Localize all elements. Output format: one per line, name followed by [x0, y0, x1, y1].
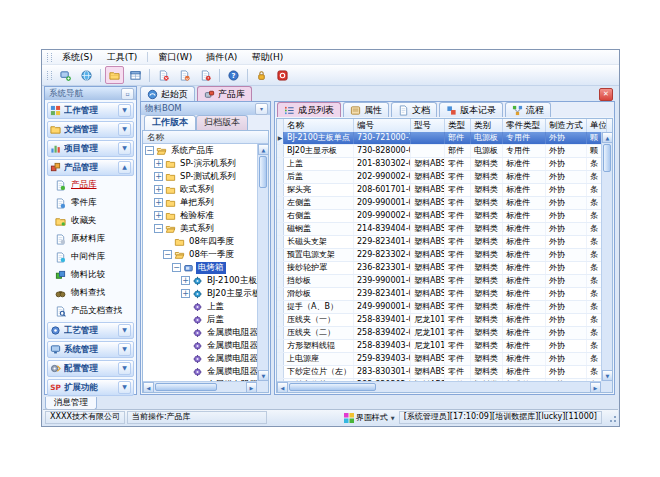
chevron-down-icon[interactable]: ▼: [118, 362, 131, 375]
chevron-down-icon[interactable]: ▼: [118, 104, 131, 117]
nav-group-craft[interactable]: 工艺管理▼: [47, 322, 134, 339]
lock-button[interactable]: [252, 66, 271, 84]
table-row[interactable]: 提手（A、B）249-990001-01X塑料ABS零件塑料类标准件外协条: [277, 301, 601, 314]
chevron-down-icon[interactable]: ▼: [118, 142, 131, 155]
tree-node[interactable]: +SP-演示机系列: [143, 157, 257, 170]
chevron-down-icon[interactable]: ▼: [118, 123, 131, 136]
nav-item-part-library[interactable]: 零件库: [45, 194, 136, 212]
tab-properties[interactable]: 属性: [343, 102, 389, 117]
tree-node[interactable]: +欧式系列: [143, 183, 257, 196]
nav-item-intermediate-library[interactable]: 中间件库: [45, 248, 136, 266]
scroll-up-icon[interactable]: ▲: [602, 132, 613, 143]
tab-versions[interactable]: 版本记录: [439, 102, 503, 117]
tree-column-header[interactable]: 名称: [143, 131, 268, 144]
sidebar-menu-button[interactable]: ▫: [121, 88, 134, 100]
tree-v-thumb[interactable]: [259, 156, 267, 188]
help-button[interactable]: ?: [224, 66, 243, 84]
menu-item-system[interactable]: 系统(S): [55, 51, 100, 64]
tree-node[interactable]: −电烤箱: [143, 261, 257, 274]
tree-node[interactable]: +单把系列: [143, 196, 257, 209]
scroll-up-icon[interactable]: ▲: [258, 144, 269, 155]
tree-expander[interactable]: +: [154, 211, 163, 220]
nav-item-raw-material-library[interactable]: 原材料库: [45, 230, 136, 248]
tree-node[interactable]: +SP-测试机系列: [143, 170, 257, 183]
ui-style-dropdown[interactable]: 界面样式 ▼: [340, 411, 399, 424]
grid-v-thumb[interactable]: [603, 144, 611, 172]
tab-archive-version[interactable]: 归档版本: [196, 115, 248, 130]
tree-expander[interactable]: +: [154, 172, 163, 181]
table-row[interactable]: 探头亮208-601701-01X塑料ABS零件塑料类标准件外协条: [277, 184, 601, 197]
tree-node[interactable]: 金属膜电阻器: [143, 365, 257, 378]
nav-item-product-library[interactable]: 产品库: [45, 176, 136, 194]
column-header-1[interactable]: 名称: [284, 119, 354, 132]
scroll-right-icon[interactable]: ▶: [246, 382, 257, 393]
table-row[interactable]: 挡纱板239-990001-01X塑料ABS零件塑料类标准件外协条: [277, 275, 601, 288]
table-row[interactable]: 磁钢盖214-839404-01X塑料ABS零件塑料类标准件外协条: [277, 223, 601, 236]
table-row[interactable]: 滑纱板239-823401-00X塑料ABS零件塑料类标准件外协条: [277, 288, 601, 301]
tree-node[interactable]: +BJ20主显示板: [143, 287, 257, 300]
tab-work-version[interactable]: 工作版本: [144, 115, 196, 130]
tree-h-thumb[interactable]: [155, 383, 217, 391]
table-row[interactable]: 预置电源支架229-823302-00X塑料ABS零件塑料类标准件外协条: [277, 249, 601, 262]
column-header-4[interactable]: 类型: [445, 119, 471, 132]
tree-h-scrollbar[interactable]: ◀ ▶: [143, 381, 257, 392]
nav-group-config[interactable]: 配置管理▼: [47, 360, 134, 377]
column-header-2[interactable]: 编号: [354, 119, 411, 132]
resize-grip[interactable]: [607, 413, 616, 422]
nav-group-document[interactable]: 文档管理▼: [47, 121, 134, 138]
nav-item-material-search[interactable]: 物料查找: [45, 284, 136, 302]
tree-node[interactable]: −美式系列: [143, 222, 257, 235]
nav-group-work[interactable]: 工作管理▼: [47, 102, 134, 119]
pin-button[interactable]: ▾: [255, 103, 268, 115]
table-row[interactable]: 压线夹（一）258-839401-00X尼龙1010零件塑料类标准件外协条: [277, 314, 601, 327]
table-row[interactable]: 后盖202-990002-01X塑料ABS零件塑料类标准件外协条: [277, 171, 601, 184]
scroll-right-icon[interactable]: ▶: [590, 382, 601, 393]
column-header-7[interactable]: 制造方式: [546, 119, 587, 132]
tree-expander[interactable]: −: [172, 263, 181, 272]
scroll-down-icon[interactable]: ▼: [602, 370, 613, 381]
grid-v-scrollbar[interactable]: ▲ ▼: [601, 132, 612, 381]
grid-view-button[interactable]: [126, 66, 145, 84]
tree-expander[interactable]: −: [154, 224, 163, 233]
column-header-6[interactable]: 零件类型: [503, 119, 546, 132]
tab-product-library[interactable]: 产品库: [197, 86, 252, 101]
scroll-down-icon[interactable]: ▼: [258, 370, 269, 381]
exit-button[interactable]: [273, 66, 292, 84]
chevron-up-icon[interactable]: ▲: [118, 161, 131, 174]
menu-item-plugins[interactable]: 插件(A): [199, 51, 244, 64]
table-row[interactable]: BJ20主显示板730-828000-04X部件电源板专用件外协颗: [277, 145, 601, 158]
menubar-grip[interactable]: [47, 53, 52, 62]
column-header-3[interactable]: 型号: [411, 119, 445, 132]
nav-item-product-doc-search[interactable]: 产品文档查找: [45, 302, 136, 320]
new-view-button[interactable]: [56, 66, 75, 84]
tree-expander[interactable]: +: [181, 289, 190, 298]
menu-item-tools[interactable]: 工具(T): [100, 51, 145, 64]
tree-node[interactable]: −系统产品库: [143, 144, 257, 157]
tree-node[interactable]: 金属膜电阻器: [143, 352, 257, 365]
doc-delete-button[interactable]: [154, 66, 173, 84]
tree-expander[interactable]: −: [145, 146, 154, 155]
table-row[interactable]: 方形塑料线辊258-839403-00X尼龙1010零件塑料类标准件外协条: [277, 340, 601, 353]
tab-flow[interactable]: 流程: [505, 102, 551, 117]
nav-group-product[interactable]: 产品管理▲: [47, 159, 134, 176]
grid-h-thumb[interactable]: [289, 383, 376, 391]
scroll-left-icon[interactable]: ◀: [277, 382, 288, 393]
tree-node[interactable]: 后盖: [143, 313, 257, 326]
nav-group-extension[interactable]: SP扩展功能▼: [47, 379, 134, 396]
table-row[interactable]: 上电源座259-839403-00X塑料ABS零件塑料类标准件外协条: [277, 353, 601, 366]
chevron-down-icon[interactable]: ▼: [118, 381, 131, 394]
tree-expander[interactable]: −: [163, 250, 172, 259]
table-row[interactable]: 右侧盖209-990002-01X塑料ABS零件塑料类标准件外协条: [277, 210, 601, 223]
tree-node[interactable]: +BJ-2100主板单点: [143, 274, 257, 287]
tree-expander[interactable]: +: [154, 185, 163, 194]
nav-group-project[interactable]: 项目管理▼: [47, 140, 134, 157]
table-row[interactable]: 上盖201-830302-00X塑料ABS零件塑料类标准件外协条: [277, 158, 601, 171]
tab-members[interactable]: 成员列表: [277, 102, 341, 117]
scroll-left-icon[interactable]: ◀: [143, 382, 154, 393]
doc-error-button[interactable]: [196, 66, 215, 84]
table-row[interactable]: ▶BJ-2100主板单点730-721000-12X部件电源板专用件外协颗: [277, 132, 601, 145]
globe-button[interactable]: [77, 66, 96, 84]
tree-node[interactable]: +检验标准: [143, 209, 257, 222]
tree-node[interactable]: 上盖: [143, 300, 257, 313]
table-row[interactable]: 左侧盖209-990001-01X塑料ABS零件塑料类标准件外协条: [277, 197, 601, 210]
